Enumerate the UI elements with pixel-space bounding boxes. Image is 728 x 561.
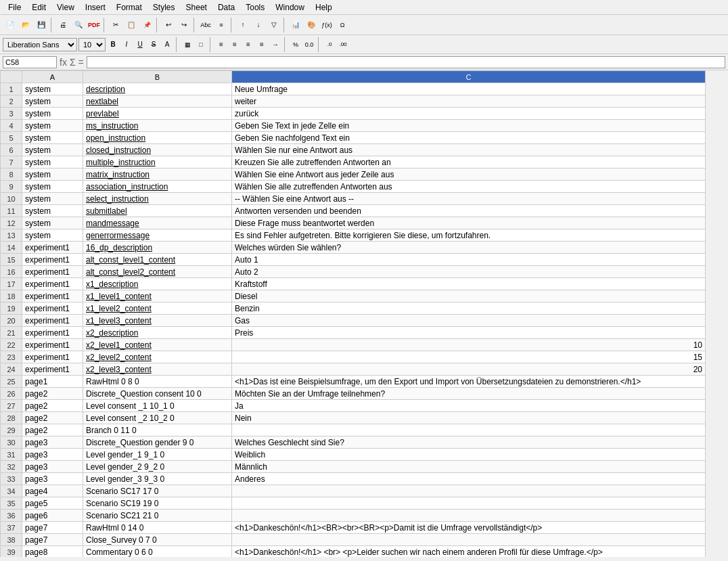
cell-a[interactable]: system — [22, 95, 83, 108]
cell-b[interactable]: association_instruction — [83, 181, 232, 193]
align-right-button[interactable]: ≡ — [242, 39, 254, 51]
cell-a[interactable]: experiment1 — [22, 278, 83, 290]
cell-a[interactable]: system — [22, 229, 83, 242]
align-center-button[interactable]: ≡ — [229, 39, 241, 51]
cell-c[interactable]: Antworten versenden und beenden — [232, 205, 706, 217]
cell-b[interactable]: matrix_instruction — [83, 169, 232, 181]
cell-b[interactable]: alt_const_level1_content — [83, 254, 232, 266]
cell-b[interactable]: Scenario SC19 19 0 — [83, 497, 232, 510]
cell-b[interactable]: nextlabel — [83, 95, 232, 108]
cell-a[interactable]: page2 — [22, 412, 83, 424]
cell-b[interactable]: x1_level1_content — [83, 290, 232, 302]
align-left-button[interactable]: ≡ — [215, 39, 227, 51]
cell-b[interactable]: multiple_instruction — [83, 156, 232, 169]
spellcheck-button[interactable]: Abc — [198, 18, 213, 32]
cell-c[interactable] — [232, 424, 706, 436]
cell-b[interactable]: Level gender_1 9_1 0 — [83, 449, 232, 461]
chart-button[interactable]: 📊 — [288, 18, 303, 32]
cell-c[interactable] — [232, 485, 706, 497]
print-button[interactable]: 🖨 — [55, 18, 70, 32]
cell-a[interactable]: system — [22, 193, 83, 205]
cell-a[interactable]: experiment1 — [22, 351, 83, 363]
cell-c[interactable]: Welches Geschlecht sind Sie? — [232, 436, 706, 449]
cell-b[interactable]: x2_description — [83, 327, 232, 339]
cell-c[interactable]: 20 — [232, 363, 706, 376]
cell-a[interactable]: page2 — [22, 400, 83, 412]
cell-b[interactable]: Discrete_Question consent 10 0 — [83, 388, 232, 400]
cell-c[interactable]: Preis — [232, 327, 706, 339]
cell-c[interactable]: Wählen Sie eine Antwort aus jeder Zeile … — [232, 169, 706, 181]
cell-a[interactable]: page3 — [22, 449, 83, 461]
cell-c[interactable]: Benzin — [232, 302, 706, 315]
cell-a[interactable]: experiment1 — [22, 290, 83, 302]
cell-b[interactable]: RawHtml 0 14 0 — [83, 522, 232, 534]
autocomplete-button[interactable]: ≡ — [214, 18, 229, 32]
cell-c[interactable]: Wählen Sie nur eine Antwort aus — [232, 144, 706, 156]
underline-button[interactable]: U — [134, 39, 146, 51]
cell-c[interactable]: <h1>Dankeschön!</h1> <br> <p>Leider such… — [232, 546, 706, 558]
cell-b[interactable]: Scenario SC17 17 0 — [83, 485, 232, 497]
indent-button[interactable]: → — [269, 39, 281, 51]
cell-c[interactable]: Kreuzen Sie alle zutreffenden Antworten … — [232, 156, 706, 169]
font-color-button[interactable]: A — [161, 39, 173, 51]
paste-button[interactable]: 📌 — [139, 18, 154, 32]
decrease-decimal-button[interactable]: .00 — [337, 39, 349, 51]
cell-a[interactable]: system — [22, 144, 83, 156]
cell-c[interactable]: 10 — [232, 339, 706, 351]
sort-desc-button[interactable]: ↓ — [251, 18, 266, 32]
cell-b[interactable]: Discrete_Question gender 9 0 — [83, 436, 232, 449]
cell-a[interactable]: experiment1 — [22, 315, 83, 327]
cell-c[interactable]: Wählen Sie alle zutreffenden Antworten a… — [232, 181, 706, 193]
cell-c[interactable]: Auto 1 — [232, 254, 706, 266]
cell-a[interactable]: experiment1 — [22, 339, 83, 351]
menu-data[interactable]: Data — [212, 1, 240, 14]
pdf-button[interactable]: PDF — [87, 18, 101, 32]
cell-a[interactable]: system — [22, 169, 83, 181]
cell-a[interactable]: page2 — [22, 424, 83, 436]
col-b-header[interactable]: B — [83, 71, 232, 83]
cell-a[interactable]: system — [22, 217, 83, 229]
cell-a[interactable]: page6 — [22, 510, 83, 522]
formula-input[interactable] — [87, 56, 725, 68]
cell-c[interactable]: Geben Sie nachfolgend Text ein — [232, 132, 706, 144]
menu-sheet[interactable]: Sheet — [181, 1, 212, 14]
cell-b[interactable]: open_instruction — [83, 132, 232, 144]
cell-c[interactable]: Welches würden Sie wählen? — [232, 242, 706, 254]
cell-a[interactable]: page5 — [22, 497, 83, 510]
special-char-button[interactable]: Ω — [335, 18, 350, 32]
cell-c[interactable]: Geben Sie Text in jede Zelle ein — [232, 120, 706, 132]
cell-b[interactable]: Level consent _2 10_2 0 — [83, 412, 232, 424]
cell-b[interactable]: mandmessage — [83, 217, 232, 229]
copy-button[interactable]: 📋 — [124, 18, 139, 32]
cell-c[interactable] — [232, 497, 706, 510]
cell-c[interactable]: Diesel — [232, 290, 706, 302]
cell-b[interactable]: Level consent _1 10_1 0 — [83, 400, 232, 412]
cell-a[interactable]: page8 — [22, 546, 83, 558]
menu-view[interactable]: View — [51, 1, 80, 14]
cell-a[interactable]: experiment1 — [22, 363, 83, 376]
menu-tools[interactable]: Tools — [240, 1, 270, 14]
cell-a[interactable]: page4 — [22, 485, 83, 497]
menu-window[interactable]: Window — [270, 1, 310, 14]
cell-b[interactable]: prevlabel — [83, 108, 232, 120]
open-button[interactable]: 📂 — [18, 18, 33, 32]
cell-c[interactable]: Kraftstoff — [232, 278, 706, 290]
cell-a[interactable]: page7 — [22, 534, 83, 546]
cell-b[interactable]: x1_description — [83, 278, 232, 290]
menu-styles[interactable]: Styles — [147, 1, 181, 14]
justify-button[interactable]: ≡ — [256, 39, 268, 51]
cell-a[interactable]: page3 — [22, 436, 83, 449]
cell-c[interactable]: Neue Umfrage — [232, 83, 706, 95]
cell-b[interactable]: generrormessage — [83, 229, 232, 242]
cell-reference-input[interactable] — [3, 56, 57, 68]
cell-c[interactable]: Es sind Fehler aufgetreten. Bitte korrig… — [232, 229, 706, 242]
cell-a[interactable]: experiment1 — [22, 302, 83, 315]
cell-a[interactable]: experiment1 — [22, 327, 83, 339]
cell-a[interactable]: experiment1 — [22, 266, 83, 278]
cell-c[interactable]: -- Wählen Sie eine Antwort aus -- — [232, 193, 706, 205]
cell-b[interactable]: x2_level3_content — [83, 363, 232, 376]
cell-a[interactable]: system — [22, 83, 83, 95]
cell-b[interactable]: x2_level1_content — [83, 339, 232, 351]
strikethrough-button[interactable]: S — [147, 39, 160, 51]
cell-a[interactable]: system — [22, 205, 83, 217]
